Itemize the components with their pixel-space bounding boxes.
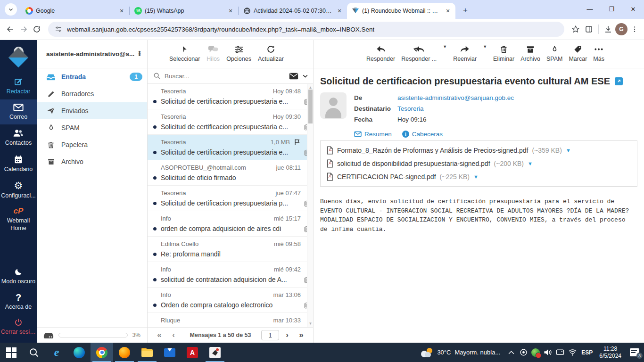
back-button[interactable] xyxy=(4,23,17,36)
taskbar-clock[interactable]: 11:28 6/5/2024 xyxy=(595,346,625,360)
threads-button[interactable]: Hilos xyxy=(206,44,220,62)
sidebar-item-cerrar-sesion[interactable]: Cerrar sesión xyxy=(0,314,37,340)
profile-avatar[interactable]: G xyxy=(615,23,628,36)
chrome-button[interactable] xyxy=(91,343,113,362)
antivirus-tray-icon[interactable] xyxy=(529,343,542,362)
archive-button[interactable]: Archivo xyxy=(520,44,540,62)
attachment-row[interactable]: CERTIFICACION PAC-signed.pdf (~225 KB) ▼ xyxy=(326,170,631,183)
site-settings-icon[interactable] xyxy=(55,25,62,33)
delete-button[interactable]: Eliminar xyxy=(493,44,514,62)
message-row[interactable]: Infomié 15:17 orden de compra adquisicio… xyxy=(148,211,313,237)
sidebar-item-correo[interactable]: Correo xyxy=(0,99,37,125)
list-scrollbar[interactable]: ▲ ▼ xyxy=(307,84,313,327)
forward-button[interactable]: Reenviar xyxy=(453,44,477,62)
search-input[interactable] xyxy=(165,73,285,80)
message-row[interactable]: ASOPROTEBU_@hotmail.comjue 08:11 Solicit… xyxy=(148,160,313,186)
new-tab-button[interactable]: + xyxy=(459,4,471,16)
folder-archivo[interactable]: Archivo xyxy=(37,153,147,170)
restore-button[interactable]: ❐ xyxy=(601,0,622,18)
firefox-button[interactable] xyxy=(113,343,136,362)
message-row[interactable]: Infomar 13:06 Orden de compra catalogo e… xyxy=(148,288,313,313)
folder-enviados[interactable]: Enviados xyxy=(37,102,147,119)
sidebar-item-redactar[interactable]: Redactar xyxy=(0,73,37,99)
attachment-name[interactable]: CERTIFICACION PAC-signed.pdf xyxy=(337,173,436,181)
tab-roundcube-active[interactable]: (1) Roundcube Webmail :: Envia ✕ xyxy=(347,3,455,19)
message-row[interactable]: TesoreriaHoy 09:30 Solicitud de certific… xyxy=(148,109,313,135)
tab-whatsapp[interactable]: 15 (15) WhatsApp ✕ xyxy=(130,3,238,19)
tray-expand-chevron-icon[interactable] xyxy=(505,343,517,362)
prev-page-button[interactable]: ‹ xyxy=(167,330,180,340)
message-row[interactable]: TesoreriaHoy 09:48 Solicitud de certific… xyxy=(148,84,313,109)
side-panel-icon[interactable] xyxy=(582,23,595,36)
sidebar-item-configuracion[interactable]: ⚙ Configuraci... xyxy=(0,177,37,204)
reload-button[interactable] xyxy=(30,23,43,36)
from-address-link[interactable]: asistente-administrativo@sanjuan.gob.ec xyxy=(397,92,514,103)
page-number-input[interactable] xyxy=(261,330,279,340)
wifi-tray-icon[interactable] xyxy=(566,343,578,362)
language-indicator[interactable]: ESP xyxy=(578,349,595,356)
message-row-selected[interactable]: Tesoreria1,0 MB Solicitud de certificaci… xyxy=(148,135,313,160)
folder-entrada[interactable]: Entrada 1 xyxy=(37,68,147,85)
display-tray-icon[interactable] xyxy=(554,343,566,362)
tab-close-icon[interactable]: ✕ xyxy=(336,7,343,15)
browser-menu-icon[interactable] xyxy=(628,23,641,36)
refresh-button[interactable]: Actualizar xyxy=(258,44,284,62)
minimize-button[interactable]: — xyxy=(579,0,601,18)
tab-search-button[interactable] xyxy=(5,3,17,16)
forward-caret-icon[interactable]: ▼ xyxy=(483,44,487,58)
reply-all-caret-icon[interactable]: ▼ xyxy=(443,44,447,58)
to-address-link[interactable]: Tesoreria xyxy=(397,103,424,114)
summary-link[interactable]: Resumen xyxy=(354,129,392,140)
attachment-name[interactable]: solicitud de disponibilidad presupuestar… xyxy=(337,160,490,167)
file-explorer-button[interactable] xyxy=(136,343,158,362)
scroll-down-icon[interactable]: ▼ xyxy=(308,321,313,326)
folder-borradores[interactable]: Borradores xyxy=(37,85,147,102)
address-bar[interactable]: webmail.sanjuan.gob.ec/cpsess2554257368/… xyxy=(48,22,564,37)
spam-button[interactable]: SPAM xyxy=(546,44,563,62)
open-in-new-window-icon[interactable] xyxy=(615,77,623,85)
attachment-name[interactable]: Formato_8_Razón de Proformas y Análisis … xyxy=(337,147,528,154)
downloads-icon[interactable] xyxy=(602,23,615,36)
sidebar-item-modo-oscuro[interactable]: Modo oscuro xyxy=(0,264,37,289)
sidebar-item-acerca-de[interactable]: ? Acerca de xyxy=(0,289,37,315)
volume-tray-icon[interactable] xyxy=(542,343,554,362)
message-row[interactable]: Rluquemar 10:33 xyxy=(148,313,313,327)
search-options-chevron-icon[interactable] xyxy=(302,73,308,79)
first-page-button[interactable]: « xyxy=(153,330,165,340)
quota-meter[interactable] xyxy=(58,333,128,337)
select-button[interactable]: Seleccionar xyxy=(169,44,200,62)
last-page-button[interactable]: » xyxy=(295,330,307,340)
message-row[interactable]: Tesoreriajue 07:47 Solicitud de certific… xyxy=(148,186,313,211)
reply-button[interactable]: Responder xyxy=(366,44,395,62)
close-button[interactable]: ✕ xyxy=(622,0,644,18)
sidebar-item-calendario[interactable]: Calendario xyxy=(0,151,37,177)
attachment-row[interactable]: solicitud de disponibilidad presupuestar… xyxy=(326,157,631,170)
edge-button[interactable] xyxy=(68,343,91,362)
scrollbar-thumb[interactable] xyxy=(308,90,313,123)
folder-menu-icon[interactable]: ••• xyxy=(135,51,144,57)
taskbar-search-button[interactable] xyxy=(23,343,45,362)
message-row[interactable]: Edilma Coellomié 09:58 Re: proforma mand… xyxy=(148,237,313,262)
attachment-menu-caret-icon[interactable]: ▼ xyxy=(566,148,571,153)
start-button[interactable] xyxy=(0,343,23,362)
mail-app-button[interactable] xyxy=(158,343,181,362)
tab-close-icon[interactable]: ✕ xyxy=(444,7,452,15)
notification-center-button[interactable]: 3 xyxy=(625,343,644,362)
record-tray-icon[interactable] xyxy=(517,343,529,362)
scroll-up-icon[interactable]: ▲ xyxy=(308,85,313,90)
attachment-menu-caret-icon[interactable]: ▼ xyxy=(473,174,479,180)
mark-button[interactable]: Marcar xyxy=(569,44,587,62)
internet-explorer-button[interactable]: e xyxy=(45,343,68,362)
more-button[interactable]: Más xyxy=(593,44,604,62)
sidebar-item-webmail-home[interactable]: cP Webmail Home xyxy=(0,203,37,236)
weather-widget[interactable]: 30°C Mayorm. nubla... xyxy=(416,348,505,357)
java-app-button[interactable] xyxy=(204,343,226,362)
attachment-row[interactable]: Formato_8_Razón de Proformas y Análisis … xyxy=(326,144,631,157)
attachment-menu-caret-icon[interactable]: ▼ xyxy=(528,161,533,166)
tab-google[interactable]: Google ✕ xyxy=(21,3,129,19)
flag-icon[interactable] xyxy=(294,139,301,146)
folder-papelera[interactable]: Papelera xyxy=(37,136,147,153)
message-row[interactable]: Infomié 09:42 solicitud de contratacion … xyxy=(148,262,313,288)
next-page-button[interactable]: › xyxy=(281,330,293,340)
bookmark-star-icon[interactable] xyxy=(569,23,582,36)
